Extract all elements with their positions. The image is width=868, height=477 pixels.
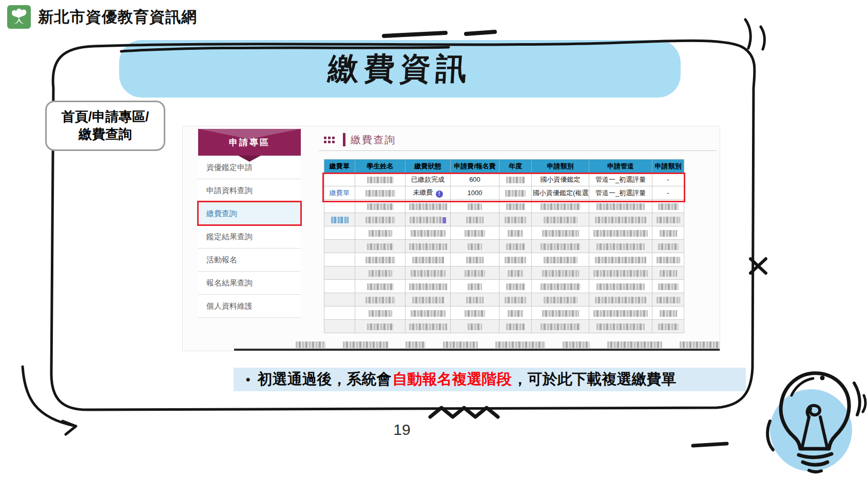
redacted-cell bbox=[652, 307, 684, 320]
main-content: 繳費查詢 繳費單 學生姓名 繳費狀態 申請費/報名費 年度 申請類別 申請管 bbox=[319, 129, 717, 333]
app-screenshot-panel: 申請專區 資優鑑定申請 申請資料查詢 繳費查詢 鑑定結果查詢 活動報名 報名結果… bbox=[182, 126, 720, 351]
sidebar-item-payment-query[interactable]: 繳費查詢 bbox=[198, 202, 301, 225]
redacted-cell bbox=[355, 226, 406, 240]
lightbulb-icon bbox=[759, 354, 868, 475]
redacted-cell bbox=[355, 280, 406, 293]
redacted-cell bbox=[589, 253, 652, 266]
table-row-paid: 已繳款完成 600 國小資優鑑定 管道一_初選評量 - bbox=[324, 173, 684, 186]
table-header-row: 繳費單 學生姓名 繳費狀態 申請費/報名費 年度 申請類別 申請管道 申請類別 bbox=[324, 160, 684, 173]
col-student-name: 學生姓名 bbox=[355, 160, 406, 173]
redacted-cell bbox=[589, 240, 652, 253]
redacted-cell bbox=[406, 307, 451, 320]
redacted-cell bbox=[406, 253, 451, 266]
sidebar-menu: 資優鑑定申請 申請資料查詢 繳費查詢 鑑定結果查詢 活動報名 報名結果查詢 個人… bbox=[198, 156, 301, 318]
sidebar-item-personal-data-maintenance[interactable]: 個人資料維護 bbox=[198, 294, 301, 317]
redacted-cell bbox=[589, 320, 652, 333]
redacted-cell bbox=[451, 307, 499, 320]
site-title: 新北市資優教育資訊網 bbox=[38, 7, 197, 28]
col-apply-channel: 申請管道 bbox=[589, 160, 652, 173]
redacted-cell bbox=[406, 226, 451, 240]
redacted-cell bbox=[355, 266, 406, 280]
col-bill: 繳費單 bbox=[324, 160, 355, 173]
sidebar-item-signup-result-query[interactable]: 報名結果查詢 bbox=[198, 271, 301, 294]
redacted-cell bbox=[451, 280, 499, 293]
redacted-cell bbox=[589, 200, 652, 213]
redacted-cell bbox=[324, 200, 355, 213]
redacted-cell bbox=[499, 200, 532, 213]
breadcrumb: 首頁/申請專區/ 繳費查詢 bbox=[45, 101, 165, 151]
col-fee: 申請費/報名費 bbox=[451, 160, 499, 173]
annotation-note: • 初選通過後，系統會 自動報名複選階段 ，可於此下載複選繳費單 bbox=[234, 368, 746, 391]
status-cell: 已繳款完成 bbox=[406, 173, 451, 186]
col-year: 年度 bbox=[499, 160, 532, 173]
redacted-cell bbox=[652, 213, 684, 226]
redacted-cell bbox=[355, 307, 406, 320]
student-name-redacted bbox=[355, 186, 406, 200]
unpaid-info-icon[interactable]: ! bbox=[436, 190, 443, 198]
category-cell: 國小資優鑑定 bbox=[532, 173, 589, 186]
table-row-redacted bbox=[324, 266, 684, 280]
slide-title-banner: 繳費資訊 bbox=[119, 40, 681, 98]
table-row-redacted bbox=[324, 213, 684, 226]
note-text-after: ，可於此下載複選繳費單 bbox=[512, 369, 676, 390]
redacted-cell bbox=[355, 213, 406, 226]
redacted-cell bbox=[406, 240, 451, 253]
redacted-cell bbox=[499, 320, 532, 333]
redacted-cell bbox=[589, 293, 652, 307]
fee-cell: 1000 bbox=[451, 186, 499, 200]
table-row-redacted bbox=[324, 226, 684, 240]
status-text: 未繳費 bbox=[413, 188, 433, 196]
redacted-cell bbox=[499, 240, 532, 253]
redacted-cell bbox=[589, 307, 652, 320]
redacted-cell bbox=[451, 213, 499, 226]
redacted-cell bbox=[652, 226, 684, 240]
site-header: 新北市資優教育資訊網 bbox=[7, 5, 197, 29]
category2-cell: - bbox=[652, 173, 684, 186]
redacted-cell bbox=[451, 320, 499, 333]
redacted-cell bbox=[499, 307, 532, 320]
redacted-cell bbox=[406, 293, 451, 307]
col-apply-category: 申請類別 bbox=[532, 160, 589, 173]
section-accent-bar bbox=[343, 133, 345, 146]
bill-download-link[interactable]: 繳費單 bbox=[330, 189, 350, 197]
bill-cell bbox=[324, 173, 355, 186]
redacted-cell bbox=[355, 253, 406, 266]
col-apply-category2: 申請類別 bbox=[652, 160, 684, 173]
section-header: 繳費查詢 bbox=[319, 129, 717, 151]
redacted-cell bbox=[652, 293, 684, 307]
screenshot-cut-edge bbox=[234, 340, 720, 351]
redacted-cell bbox=[324, 307, 355, 320]
section-dots-icon bbox=[324, 137, 335, 143]
redacted-cell bbox=[652, 266, 684, 280]
redacted-cell bbox=[532, 320, 589, 333]
sidebar-item-assessment-result-query[interactable]: 鑑定結果查詢 bbox=[198, 225, 301, 248]
redacted-cell bbox=[406, 213, 451, 226]
table-row-redacted bbox=[324, 307, 684, 320]
payment-table-wrap: 繳費單 學生姓名 繳費狀態 申請費/報名費 年度 申請類別 申請管道 申請類別 bbox=[324, 159, 684, 333]
table-row-redacted bbox=[324, 293, 684, 307]
redacted-cell bbox=[406, 280, 451, 293]
redacted-cell bbox=[652, 200, 684, 213]
clover-icon bbox=[10, 8, 28, 26]
payment-table: 繳費單 學生姓名 繳費狀態 申請費/報名費 年度 申請類別 申請管道 申請類別 bbox=[324, 159, 684, 333]
redacted-cell bbox=[355, 320, 406, 333]
redacted-cell bbox=[652, 320, 684, 333]
category2-cell: - bbox=[652, 186, 684, 200]
redacted-cell bbox=[355, 293, 406, 307]
redacted-cell bbox=[451, 200, 499, 213]
redacted-cell bbox=[406, 266, 451, 280]
redacted-cell bbox=[324, 240, 355, 253]
sidebar-item-activity-signup[interactable]: 活動報名 bbox=[198, 248, 301, 271]
note-text-highlight: 自動報名複選階段 bbox=[392, 369, 511, 390]
redacted-cell bbox=[499, 213, 532, 226]
redacted-cell bbox=[499, 280, 532, 293]
channel-cell: 管道一_初選評量 bbox=[589, 173, 652, 186]
sidebar-item-application-data-query[interactable]: 申請資料查詢 bbox=[198, 179, 301, 202]
table-row-redacted bbox=[324, 253, 684, 266]
redacted-cell bbox=[406, 320, 451, 333]
page-number: 19 bbox=[384, 421, 420, 438]
table-row-redacted bbox=[324, 280, 684, 293]
channel-cell: 管道一_初選評量 bbox=[589, 186, 652, 200]
redacted-cell bbox=[532, 266, 589, 280]
redacted-cell bbox=[406, 200, 451, 213]
